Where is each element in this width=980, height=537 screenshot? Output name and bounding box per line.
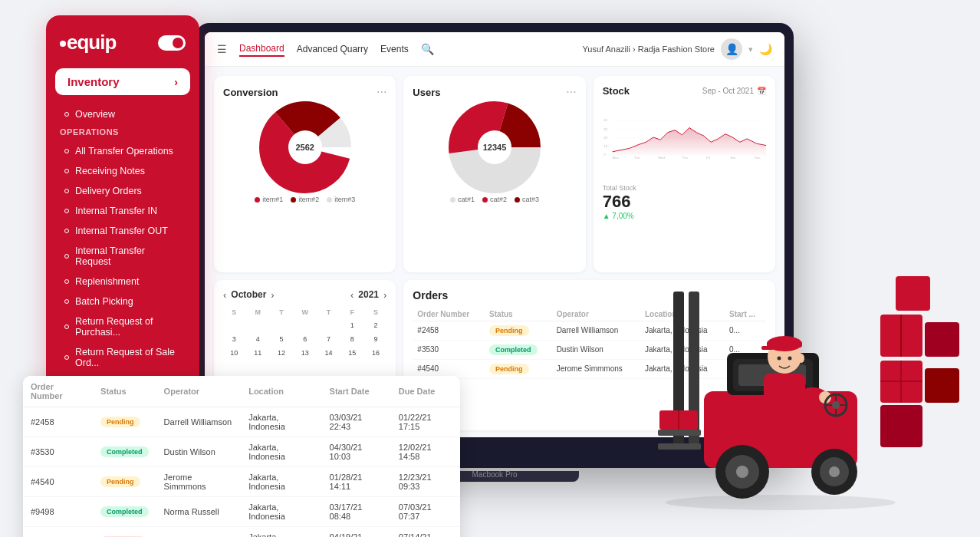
cal-day-7[interactable]: 7 xyxy=(317,333,340,345)
sidebar-item-replenishment[interactable]: Replenishment xyxy=(51,272,195,292)
sidebar-item-batch-picking[interactable]: Batch Picking xyxy=(51,292,195,311)
sidebar-item-overview[interactable]: Overview xyxy=(51,104,195,124)
svg-text:30: 30 xyxy=(603,127,607,131)
sidebar-item-label: Replenishment xyxy=(75,276,139,287)
cal-header-s2: S xyxy=(365,307,387,318)
row-status: Completed xyxy=(93,437,156,467)
laptop-model-label: Macbook Pro xyxy=(472,470,518,479)
calendar-prev-year[interactable]: ‹ xyxy=(350,289,354,301)
sidebar-item-all-transfer[interactable]: All Transfer Operations xyxy=(51,141,195,161)
cal-day-15[interactable]: 15 xyxy=(341,347,363,359)
cal-day-14[interactable]: 14 xyxy=(317,347,340,359)
search-icon[interactable]: 🔍 xyxy=(421,43,434,55)
status-badge: Pending xyxy=(489,325,529,336)
nav-item-events[interactable]: Events xyxy=(380,42,409,56)
cal-day-3[interactable]: 3 xyxy=(223,333,245,345)
stock-chart-svg: 40 30 20 10 0 xyxy=(603,103,766,172)
nav-item-advanced-quarry[interactable]: Advanced Quarry xyxy=(297,42,368,56)
row-location: Jakarta, Indonesia xyxy=(241,497,321,527)
order-operator: Dustin Wilson xyxy=(552,340,640,359)
svg-text:Mon: Mon xyxy=(612,156,619,160)
cal-day-4[interactable]: 4 xyxy=(247,333,269,345)
user-dropdown-icon[interactable]: ▾ xyxy=(748,44,753,54)
cal-day-8[interactable]: 8 xyxy=(341,333,363,345)
user-name: Yusuf Anazili › Radja Fashion Store xyxy=(583,44,715,54)
cal-day-16[interactable]: 16 xyxy=(365,347,387,359)
calendar-next-month[interactable]: › xyxy=(271,289,274,301)
order-number: #3530 xyxy=(413,340,485,359)
sidebar-item-return-sale[interactable]: Return Request of Sale Ord... xyxy=(51,342,195,373)
row-start: 03/03/21 22:43 xyxy=(322,407,391,437)
driver-cap-visor xyxy=(761,346,774,350)
dot-icon xyxy=(64,325,69,329)
theme-toggle[interactable] xyxy=(158,35,186,51)
sidebar-item-label: Internal Transfer IN xyxy=(75,206,157,216)
sidebar-item-internal-transfer-request[interactable]: Internal Transfer Request xyxy=(51,241,195,272)
cal-day-empty xyxy=(271,319,293,331)
calendar-icon[interactable]: 📅 xyxy=(757,87,766,95)
sidebar-item-return-purchase[interactable]: Return Request of Purchasi... xyxy=(51,311,195,342)
cal-day-1[interactable]: 1 xyxy=(341,319,363,331)
row-due: 07/14/21 04:06 xyxy=(391,527,460,538)
sidebar-item-internal-transfer-in[interactable]: Internal Transfer IN xyxy=(51,201,195,221)
legend-item-2: item#2 xyxy=(291,196,319,203)
calendar-next-year[interactable]: › xyxy=(383,289,386,301)
sidebar-item-internal-transfer-out[interactable]: Internal Transfer OUT xyxy=(51,221,195,241)
users-legend-2: cat#2 xyxy=(482,196,507,203)
driver-body xyxy=(764,374,805,420)
inventory-label: Inventory xyxy=(67,75,120,88)
legend-item-1: item#1 xyxy=(255,196,283,203)
cal-day-12[interactable]: 12 xyxy=(271,347,293,359)
theme-icon[interactable]: 🌙 xyxy=(759,43,772,55)
row-start: 04/19/21 00:52 xyxy=(322,527,391,538)
cal-day-empty xyxy=(247,319,269,331)
dot-icon xyxy=(64,209,69,213)
cal-day-5[interactable]: 5 xyxy=(271,333,293,345)
fork-right xyxy=(658,443,701,450)
overlay-col-operator: Operator xyxy=(156,376,242,407)
sidebar-item-label: Return Request of Purchasi... xyxy=(75,316,181,338)
overlay-col-start: Start Date xyxy=(322,376,391,407)
col-status: Status xyxy=(485,308,552,321)
cal-day-10[interactable]: 10 xyxy=(223,347,245,359)
conversion-pie-chart: 2562 xyxy=(263,105,347,189)
legend-item-3: item#3 xyxy=(327,196,355,203)
conversion-title: Conversion xyxy=(223,87,278,98)
order-operator: Darrell Williamson xyxy=(552,321,640,340)
stock-date-range: Sep - Oct 2021 📅 xyxy=(702,87,766,95)
dashboard-header: ☰ Dashboard Advanced Quarry Events 🔍 Yus… xyxy=(205,32,784,67)
conversion-menu-icon[interactable]: ··· xyxy=(377,85,386,99)
conversion-widget: Conversion ··· 256 xyxy=(214,76,396,272)
cal-day-empty xyxy=(223,319,245,331)
sidebar-item-label: Batch Picking xyxy=(75,296,133,307)
forklift-svg xyxy=(643,207,965,529)
users-pie-container: 12345 cat#1 cat#2 cat#3 xyxy=(413,105,576,203)
order-operator: Jerome Simmmons xyxy=(552,359,640,378)
cal-day-2[interactable]: 2 xyxy=(365,319,387,331)
sidebar-item-delivery-orders[interactable]: Delivery Orders xyxy=(51,181,195,201)
row-location: Jakarta, Indonesia xyxy=(241,527,321,538)
calendar-month-nav: ‹ October › xyxy=(223,289,275,301)
cal-day-11[interactable]: 11 xyxy=(247,347,269,359)
cal-header-s1: S xyxy=(223,307,245,318)
eye-left xyxy=(778,357,781,361)
cal-day-13[interactable]: 13 xyxy=(294,347,316,359)
sidebar-item-receiving-notes[interactable]: Receiving Notes xyxy=(51,161,195,181)
hamburger-icon[interactable]: ☰ xyxy=(217,43,227,55)
users-legend: cat#1 cat#2 cat#3 xyxy=(450,196,539,203)
svg-text:Tue: Tue xyxy=(633,156,640,160)
users-value: 12345 xyxy=(483,143,507,152)
col-order-number: Order Number xyxy=(413,308,485,321)
users-menu-icon[interactable]: ··· xyxy=(566,85,576,99)
cal-day-9[interactable]: 9 xyxy=(365,333,387,345)
order-status: Completed xyxy=(485,340,552,359)
inventory-button[interactable]: Inventory › xyxy=(55,68,190,95)
conversion-value: 2562 xyxy=(295,143,314,152)
calendar-prev-month[interactable]: ‹ xyxy=(223,289,226,301)
sidebar-item-label: Internal Transfer Request xyxy=(75,245,181,267)
nav-item-dashboard[interactable]: Dashboard xyxy=(239,41,284,57)
cal-day-6[interactable]: 6 xyxy=(294,333,316,345)
status-badge-sm: Pending xyxy=(100,476,140,487)
dot-icon xyxy=(64,112,69,117)
stock-total-label: Total Stock xyxy=(603,184,766,192)
